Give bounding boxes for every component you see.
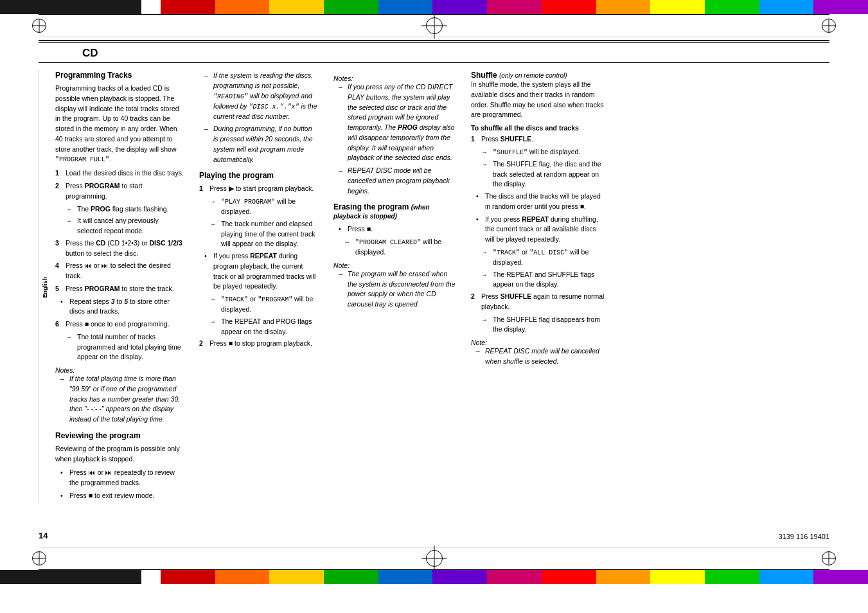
color-pink [487,0,542,14]
step-6: 6 Press ■ once to end programming. [55,319,184,330]
step-4: 4 Press ⏮ or ⏭ to select the desired tra… [55,261,184,281]
erasing-note: Note: – The program will be erased when … [333,262,456,310]
reviewing-note-2: – During programming, if no button is pr… [199,124,318,164]
color-green [324,0,378,14]
erasing-arrow: → "PROGRAM CLEARED" will be displayed. [333,237,456,258]
step-6-arrow: → The total number of tracks programmed … [55,332,184,362]
top-bar-white [141,0,161,14]
page-number: 14 [39,531,48,540]
bottom-bar-white [141,570,161,584]
step-1: 1 Load the desired discs in the disc tra… [55,168,184,179]
col-programming: Programming Tracks Programming tracks of… [55,71,184,504]
step-1-num: 1 [55,168,63,179]
playing-section: Playing the program 1 Press ▶ to start p… [199,171,318,349]
bottom-reg-line [39,547,829,570]
step-6-content: Press ■ once to end programming. [66,319,184,330]
columns: Programming Tracks Programming tracks of… [55,71,829,504]
reviewing-section: Reviewing the program Reviewing of the p… [55,431,184,501]
note-label-erasing: Note: [333,262,456,269]
shuffle-bullet-random: • The discs and the tracks will be playe… [471,191,606,212]
doc-number: 3139 116 19401 [778,533,829,540]
step-2-num: 2 [55,181,63,202]
col-shuffle: Shuffle (only on remote control) In shuf… [471,71,606,504]
step-6-num: 6 [55,319,63,330]
note-label-shuffle: Note: [471,339,606,346]
playing-notes: Notes: – If you press any of the CD DIRE… [333,75,456,196]
shuffle-step-1: 1 Press SHUFFLE. [471,134,606,145]
reviewing-note-1: – If the system is reading the discs, pr… [199,71,318,121]
step-3-num: 3 [55,238,63,259]
bottom-bar [0,570,868,584]
step-4-num: 4 [55,261,63,281]
top-bar-black [0,0,141,14]
notes-label-playing: Notes: [333,75,456,82]
color-yellow-orange [269,0,324,14]
shuffle-bullet-repeat: • If you press REPEAT during shuffling, … [471,215,606,245]
color-blue [378,0,433,14]
step-3: 3 Press the CD (CD 1•2•3) or DISC 1/2/3 … [55,238,184,259]
color-red2 [542,0,596,14]
bottom-bar-colors [161,570,868,584]
footer: 14 3139 116 19401 [0,524,868,547]
erasing-note-1: – The program will be erased when the sy… [333,269,456,310]
playing-note-1: – If you press any of the CD DIRECT PLAY… [333,82,456,163]
playing-bullet-repeat: • If you press REPEAT during program pla… [199,251,318,292]
erasing-title: Erasing the program (when playback is st… [333,202,456,220]
sidebar-label: English [42,277,48,298]
erasing-bullet: • Press ■. [333,224,456,235]
step-2: 2 Press PROGRAM to start programming. [55,181,184,202]
cd-title-area: CD [39,43,829,63]
playing-title: Playing the program [199,171,318,180]
color-red [161,0,215,14]
reviewing-bullet-1: • Press ⏮ or ⏭ repeatedly to review the … [55,468,184,488]
reviewing-extra: – If the system is reading the discs, pr… [199,71,318,164]
shuffle-title: Shuffle [471,71,499,80]
reviewing-bullet-2: • Press ■ to exit review mode. [55,491,184,501]
shuffle-step-2-num: 2 [471,292,479,312]
playing-arrow-1: → "PLAY PROGRAM" will be displayed. [199,197,318,217]
step-2-arrow-1: → The PROG flag starts flashing. [55,204,184,215]
top-bar-colors [161,0,868,14]
playing-step-1-num: 1 [199,184,207,194]
shuffle-note: Note: – REPEAT DISC mode will be cancell… [471,339,606,367]
note-1: – If the total playing time is more than… [55,374,184,425]
color-amber [596,0,651,14]
reg-marks-top [39,14,829,37]
color-sky [759,0,814,14]
color-orange [215,0,270,14]
shuffle-intro: In shuffle mode, the system plays all th… [471,80,606,120]
col-playing: – If the system is reading the discs, pr… [199,71,318,504]
shuffle-title-area: Shuffle (only on remote control) [471,71,606,80]
color-purple [432,0,487,14]
step-3-content: Press the CD (CD 1•2•3) or DISC 1/2/3 bu… [66,238,184,259]
color-violet [813,0,868,14]
shuffle-all-title: To shuffle all the discs and tracks [471,124,606,132]
reviewing-title: Reviewing the program [55,431,184,440]
playing-step-2: 2 Press ■ to stop program playback. [199,339,318,349]
notes-label-prog: Notes: [55,366,184,374]
step-2-content: Press PROGRAM to start programming. [66,181,184,202]
top-bar [0,0,868,14]
playing-step-2-content: Press ■ to stop program playback. [209,339,318,349]
step-5: 5 Press PROGRAM to store the track. [55,284,184,294]
playing-step-1-content: Press ▶ to start program playback. [209,184,318,194]
shuffle-arrow-2: → The SHUFFLE flag, the disc and the tra… [471,159,606,190]
step-5-num: 5 [55,284,63,294]
programming-notes: Notes: – If the total playing time is mo… [55,366,184,425]
step-2-arrow-2: → It will cancel any previously selected… [55,216,184,236]
shuffle-subtitle: (only on remote control) [499,72,567,79]
playing-note-2: – REPEAT DISC mode will be cancelled whe… [333,166,456,196]
step-5-content: Press PROGRAM to store the track. [66,284,184,294]
shuffle-step-2: 2 Press SHUFFLE again to resume normal p… [471,292,606,312]
step-repeat: • Repeat steps 3 to 5 to store other dis… [55,297,184,317]
color-yellow [650,0,705,14]
col-erasing: Notes: – If you press any of the CD DIRE… [333,71,456,504]
color-lime [705,0,759,14]
shuffle-step-1-content: Press SHUFFLE. [481,134,606,145]
shuffle-repeat-arrow-2: → The REPEAT and SHUFFLE flags appear on… [471,270,606,290]
playing-step-2-num: 2 [199,339,207,349]
step-1-content: Load the desired discs in the disc trays… [66,168,184,179]
playing-arrow-2: → The track number and elapsed playing t… [199,219,318,249]
playing-repeat-arrow-1: → "TRACK" or "PROGRAM" will be displayed… [199,294,318,315]
shuffle-repeat-arrow-1: → "TRACK" or "ALL DISC" will be displaye… [471,247,606,268]
